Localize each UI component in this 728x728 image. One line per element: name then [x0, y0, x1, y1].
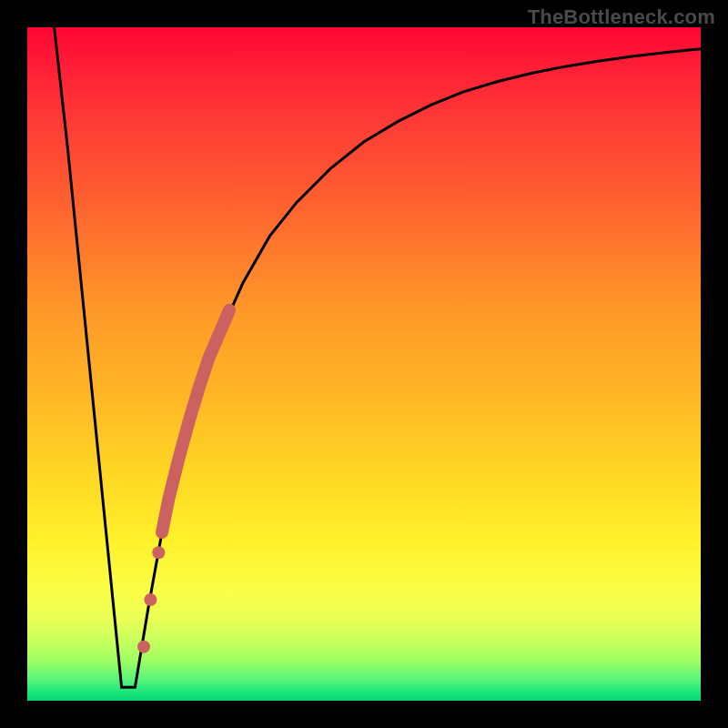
highlight-dot	[144, 593, 157, 606]
highlight-dot	[152, 546, 165, 559]
plot-area	[27, 27, 701, 701]
curve-layer	[27, 27, 701, 701]
bottleneck-curve	[55, 27, 701, 687]
highlight-band	[162, 310, 229, 532]
watermark-text: TheBottleneck.com	[528, 5, 715, 29]
highlight-dots	[137, 546, 165, 653]
chart-frame: TheBottleneck.com	[0, 0, 728, 728]
highlight-dot	[137, 641, 150, 653]
